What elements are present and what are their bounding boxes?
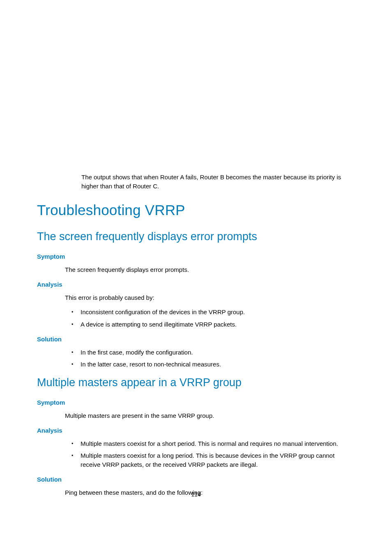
solution-1-bullets: In the first case, modify the configurat… — [37, 348, 355, 369]
heading-troubleshooting-vrrp: Troubleshooting VRRP — [37, 200, 355, 221]
analysis-1-intro-block: This error is probably caused by: — [37, 293, 355, 302]
symptom-1-text: The screen frequently displays error pro… — [65, 265, 355, 274]
intro-paragraph: The output shows that when Router A fail… — [37, 173, 355, 191]
page-number: 114 — [0, 490, 392, 498]
label-symptom-1: Symptom — [37, 252, 355, 261]
list-item: In the first case, modify the configurat… — [65, 348, 355, 357]
list-item: Inconsistent configuration of the device… — [65, 308, 355, 317]
label-analysis-1: Analysis — [37, 280, 355, 289]
list-item: In the latter case, resort to non-techni… — [65, 360, 355, 369]
analysis-1-bullets: Inconsistent configuration of the device… — [37, 308, 355, 329]
heading-multiple-masters: Multiple masters appear in a VRRP group — [37, 375, 355, 391]
list-item: Multiple masters coexist for a short per… — [65, 439, 355, 448]
symptom-1-text-block: The screen frequently displays error pro… — [37, 265, 355, 274]
analysis-1-intro: This error is probably caused by: — [65, 293, 355, 302]
heading-error-prompts: The screen frequently displays error pro… — [37, 229, 355, 245]
label-symptom-2: Symptom — [37, 398, 355, 407]
label-analysis-2: Analysis — [37, 426, 355, 435]
list-item: A device is attempting to send illegitim… — [65, 320, 355, 329]
document-page: The output shows that when Router A fail… — [0, 0, 392, 533]
analysis-2-bullets: Multiple masters coexist for a short per… — [37, 439, 355, 469]
list-item: Multiple masters coexist for a long peri… — [65, 451, 355, 469]
symptom-2-text-block: Multiple masters are present in the same… — [37, 411, 355, 420]
label-solution-2: Solution — [37, 475, 355, 484]
symptom-2-text: Multiple masters are present in the same… — [65, 411, 355, 420]
label-solution-1: Solution — [37, 335, 355, 344]
